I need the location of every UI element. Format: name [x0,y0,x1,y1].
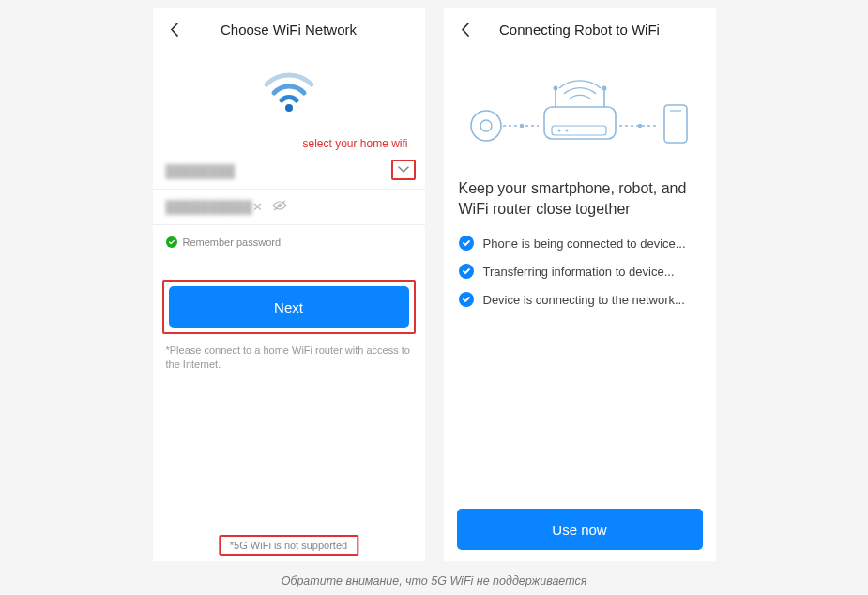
check-icon [459,292,474,307]
status-text: Device is connecting to the network... [483,293,685,307]
next-button[interactable]: Next [169,286,409,328]
hint-select-wifi: select your home wifi [153,137,425,150]
status-text: Phone is being connected to device... [483,236,686,251]
use-now-button[interactable]: Use now [457,509,703,550]
ssid-field[interactable]: ████████ [153,154,425,190]
ssid-dropdown[interactable] [391,160,416,180]
connect-note: *Please connect to a home WiFi router wi… [153,334,425,373]
svg-point-0 [285,104,293,112]
next-highlight-box: Next [162,280,416,334]
svg-point-12 [553,86,557,91]
instruction-heading: Keep your smartphone, robot, and WiFi ro… [444,178,716,219]
svg-point-9 [557,130,560,132]
chevron-down-icon [398,166,409,174]
check-icon [459,236,474,251]
wifi-icon [153,68,425,113]
warning-5g: *5G WiFi is not supported [219,535,358,556]
page-title: Choose WiFi Network [183,22,395,38]
status-item: Transferring information to device... [459,264,701,279]
password-field[interactable]: ██████████ ✕ [153,190,425,225]
password-value: ██████████ [166,200,252,214]
eye-icon[interactable] [272,200,287,214]
svg-point-16 [637,124,641,128]
ssid-value: ████████ [166,164,236,178]
svg-point-4 [480,120,492,131]
status-item: Phone is being connected to device... [459,236,701,251]
image-caption: Обратите внимание, что 5G WiFi не поддер… [0,574,868,587]
remember-password-toggle[interactable]: Remember password [153,225,425,259]
clear-icon[interactable]: ✕ [252,200,263,214]
svg-point-14 [602,86,606,91]
svg-point-6 [519,124,523,128]
connection-illustration [444,68,716,152]
page-title: Connecting Robot to WiFi [474,22,686,38]
svg-rect-7 [544,107,616,139]
header: Choose WiFi Network [153,8,425,51]
screen-choose-wifi: Choose WiFi Network select your home wif… [153,8,425,561]
status-text: Transferring information to device... [483,265,675,279]
back-button[interactable] [166,21,183,38]
status-item: Device is connecting to the network... [459,292,701,307]
check-icon [166,236,177,248]
back-button[interactable] [457,21,474,38]
svg-point-3 [471,111,501,141]
check-icon [459,264,474,279]
header: Connecting Robot to WiFi [444,8,716,51]
remember-label: Remember password [183,236,282,248]
svg-point-10 [565,130,568,132]
screen-connecting: Connecting Robot to WiFi [444,8,716,561]
status-list: Phone is being connected to device... Tr… [444,236,716,307]
